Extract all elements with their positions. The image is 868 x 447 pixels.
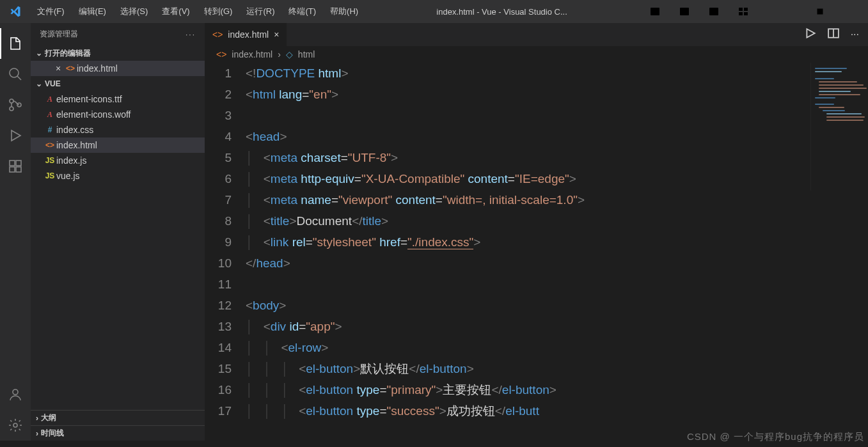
- html-file-icon: <>: [43, 141, 56, 150]
- svg-rect-8: [739, 12, 743, 15]
- js-file-icon: JS: [43, 171, 56, 180]
- svg-rect-2: [680, 8, 689, 15]
- file-name: element-icons.ttf: [56, 94, 122, 104]
- file-name: element-icons.woff: [56, 109, 130, 120]
- activity-scm-icon[interactable]: [0, 90, 31, 120]
- activity-explorer-icon[interactable]: [0, 28, 31, 59]
- file-item[interactable]: #index.css: [31, 122, 205, 137]
- layout-right-icon[interactable]: [700, 0, 727, 23]
- layout-grid-icon[interactable]: [730, 0, 757, 23]
- main: 资源管理器 ··· ⌄打开的编辑器 × <> index.html ⌄VUE A…: [0, 23, 868, 441]
- svg-rect-20: [10, 161, 15, 166]
- sidebar-title: 资源管理器: [40, 29, 78, 40]
- minimap[interactable]: [810, 63, 868, 191]
- run-icon[interactable]: [805, 27, 816, 42]
- tab-index-html[interactable]: <> index.html ×: [205, 23, 287, 46]
- menu-file[interactable]: 文件(F): [31, 3, 71, 20]
- breadcrumb[interactable]: <> index.html › ◇ html: [205, 46, 868, 63]
- chevron-right-icon: ›: [36, 414, 38, 423]
- activity-extensions-icon[interactable]: [0, 151, 31, 182]
- menu-run[interactable]: 运行(R): [240, 3, 281, 20]
- svg-marker-19: [12, 130, 20, 141]
- breadcrumb-node[interactable]: html: [298, 49, 315, 59]
- more-icon[interactable]: ···: [851, 29, 859, 40]
- menu-view[interactable]: 查看(V): [155, 3, 196, 20]
- split-icon[interactable]: [828, 27, 839, 42]
- file-item[interactable]: JSindex.js: [31, 153, 205, 168]
- file-name: index.css: [56, 125, 93, 135]
- maximize-icon[interactable]: [807, 0, 833, 23]
- svg-line-13: [849, 8, 855, 15]
- editor: <> index.html × ··· <> index.html › ◇ ht…: [205, 23, 868, 441]
- file-item[interactable]: Aelement-icons.woff: [31, 107, 205, 122]
- file-item[interactable]: Aelement-icons.ttf: [31, 91, 205, 107]
- chevron-down-icon: ⌄: [36, 49, 42, 58]
- file-item[interactable]: JSvue.js: [31, 168, 205, 184]
- svg-rect-22: [10, 167, 15, 172]
- svg-point-17: [10, 107, 13, 111]
- menu-edit[interactable]: 编辑(E): [72, 3, 113, 20]
- svg-point-16: [10, 99, 13, 103]
- file-item[interactable]: <>index.html: [31, 137, 205, 153]
- section-outline[interactable]: ›大纲: [31, 410, 205, 425]
- html-file-icon: <>: [212, 29, 223, 40]
- html-file-icon: <>: [216, 49, 226, 59]
- code-lines[interactable]: <!DOCTYPE html> <html lang="en"> <head> …: [246, 63, 868, 441]
- file-name: index.html: [77, 63, 118, 74]
- svg-rect-6: [739, 8, 743, 11]
- close-icon[interactable]: ×: [52, 63, 64, 74]
- html-file-icon: <>: [64, 64, 77, 73]
- layout-left-icon[interactable]: [642, 0, 668, 23]
- window-controls: [639, 0, 868, 23]
- layout-bottom-icon[interactable]: [671, 0, 698, 23]
- file-name: vue.js: [56, 171, 80, 181]
- close-icon[interactable]: [839, 0, 865, 23]
- section-open-editors[interactable]: ⌄打开的编辑器: [31, 45, 205, 61]
- font-file-icon: A: [43, 110, 56, 120]
- title-bar: 文件(F) 编辑(E) 选择(S) 查看(V) 转到(G) 运行(R) 终端(T…: [0, 0, 868, 23]
- section-timeline[interactable]: ›时间线: [31, 425, 205, 441]
- menu-help[interactable]: 帮助(H): [324, 3, 365, 20]
- sidebar-more-icon[interactable]: ···: [185, 30, 196, 39]
- sidebar: 资源管理器 ··· ⌄打开的编辑器 × <> index.html ⌄VUE A…: [31, 23, 205, 441]
- svg-rect-0: [651, 8, 659, 15]
- svg-rect-23: [16, 167, 21, 172]
- breadcrumb-file[interactable]: index.html: [232, 49, 272, 59]
- svg-rect-11: [817, 9, 823, 15]
- vscode-logo-icon: [0, 5, 31, 18]
- tab-close-icon[interactable]: ×: [274, 29, 279, 40]
- menu-terminal[interactable]: 终端(T): [282, 3, 322, 20]
- activity-bar: [0, 23, 31, 441]
- css-file-icon: #: [43, 125, 56, 134]
- code-editor[interactable]: 1234567891011121314151617 <!DOCTYPE html…: [205, 63, 868, 441]
- tab-label: index.html: [228, 29, 269, 40]
- chevron-right-icon: ›: [278, 49, 281, 59]
- line-gutter: 1234567891011121314151617: [205, 63, 246, 441]
- svg-line-15: [17, 76, 21, 80]
- activity-debug-icon[interactable]: [0, 120, 31, 151]
- menu-bar: 文件(F) 编辑(E) 选择(S) 查看(V) 转到(G) 运行(R) 终端(T…: [31, 3, 365, 20]
- chevron-down-icon: ⌄: [36, 79, 42, 88]
- file-name: index.html: [56, 140, 97, 150]
- open-editor-item[interactable]: × <> index.html: [31, 61, 205, 76]
- section-project[interactable]: ⌄VUE: [31, 76, 205, 91]
- minimize-icon[interactable]: [775, 0, 801, 23]
- sidebar-header: 资源管理器 ···: [31, 23, 205, 45]
- svg-point-24: [13, 389, 18, 395]
- watermark: CSDN @ 一个与程序bug抗争的程序员: [687, 431, 864, 443]
- activity-settings-icon[interactable]: [0, 410, 31, 441]
- svg-point-25: [13, 423, 17, 427]
- js-file-icon: JS: [43, 156, 56, 165]
- activity-account-icon[interactable]: [0, 379, 31, 410]
- svg-point-14: [10, 68, 19, 77]
- menu-goto[interactable]: 转到(G): [198, 3, 239, 20]
- window-title: index.html - Vue - Visual Studio C...: [365, 7, 639, 17]
- tab-bar: <> index.html × ···: [205, 23, 868, 46]
- activity-search-icon[interactable]: [0, 59, 31, 90]
- svg-rect-7: [744, 8, 748, 11]
- file-name: index.js: [56, 155, 86, 166]
- svg-rect-4: [709, 8, 718, 15]
- menu-select[interactable]: 选择(S): [114, 3, 154, 20]
- font-file-icon: A: [43, 95, 56, 104]
- element-icon: ◇: [286, 49, 293, 59]
